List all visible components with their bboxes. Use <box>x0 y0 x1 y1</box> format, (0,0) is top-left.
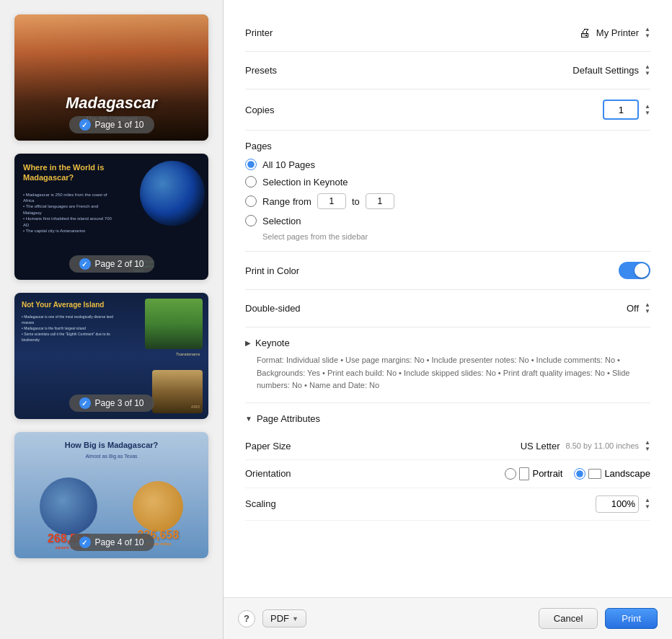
slide-4-item[interactable]: How Big is Madagascar? Almost as Big as … <box>14 432 208 558</box>
slide-2-item[interactable]: Where in the World is Madagascar? • Mada… <box>14 154 208 280</box>
slide-4-title: How Big is Madagascar? <box>14 441 208 449</box>
double-sided-arrow-down[interactable]: ▼ <box>645 309 650 314</box>
toggle-knob <box>635 263 649 278</box>
slide-4-globe-2: 226,658 square miles <box>133 481 183 532</box>
page-attributes-title: Page Attributes <box>257 413 320 424</box>
pdf-button[interactable]: PDF ▼ <box>262 609 306 627</box>
slide-3-bullet-2: • Madagascar is the fourth largest islan… <box>22 325 119 331</box>
slide-1-title: Madagascar <box>14 94 208 112</box>
slide-thumbnails-panel: Madagascar The 8th Continent Page 1 of 1… <box>0 0 224 639</box>
keynote-header[interactable]: ▶ Keynote <box>245 338 650 348</box>
printer-value: My Printer <box>596 27 639 38</box>
copies-row: Copies ▲ ▼ <box>245 89 650 131</box>
copies-input[interactable] <box>603 100 639 120</box>
pages-all-radio[interactable] <box>245 159 257 170</box>
pdf-chevron-icon: ▼ <box>292 615 299 622</box>
paper-size-arrow-down[interactable]: ▼ <box>645 446 650 452</box>
copies-arrow-up[interactable]: ▲ <box>645 104 650 110</box>
slide-3-bullet-1: • Madagascar is one of the most ecologic… <box>22 314 119 325</box>
slide-3-title: Not Your Average Island <box>22 300 119 309</box>
scaling-arrow-down[interactable]: ▼ <box>645 504 650 510</box>
slide-3-content: Not Your Average Island • Madagascar is … <box>22 300 119 343</box>
orientation-landscape-label: Landscape <box>604 468 650 479</box>
slide-3-image-1 <box>145 299 203 349</box>
slide-2-bullet-4: • The capital city is Antananarivo <box>23 228 112 234</box>
orientation-landscape-option[interactable]: Landscape <box>574 468 650 480</box>
print-button[interactable]: Print <box>605 608 658 629</box>
orientation-landscape-radio[interactable] <box>574 468 585 480</box>
printer-stepper[interactable]: ▲ ▼ <box>645 27 650 39</box>
slide-3-check-icon <box>79 397 90 409</box>
presets-arrow-up[interactable]: ▲ <box>645 64 650 70</box>
pages-range-radio[interactable] <box>245 195 257 207</box>
copies-label: Copies <box>245 105 375 115</box>
slide-2-bullet-1: • Madagascar is 250 miles from the coast… <box>23 192 112 204</box>
slide-4-badge: Page 4 of 10 <box>68 534 154 551</box>
copies-stepper[interactable]: ▲ ▼ <box>645 104 650 116</box>
pages-range-label: Range from <box>262 196 311 207</box>
slide-2-badge: Page 2 of 10 <box>68 255 154 273</box>
page-attributes-header[interactable]: ▼ Page Attributes <box>245 413 650 424</box>
orientation-row: Orientation Portrait Landscape <box>245 460 650 488</box>
portrait-icon <box>519 467 529 480</box>
double-sided-label: Double-sided <box>245 303 375 314</box>
slide-3-arid-label: ARID <box>191 405 200 409</box>
slide-2-title: Where in the World is Madagascar? <box>23 162 112 183</box>
printer-arrow-down[interactable]: ▼ <box>645 33 650 39</box>
cancel-button[interactable]: Cancel <box>539 608 598 629</box>
presets-arrow-down[interactable]: ▼ <box>645 71 650 76</box>
slide-3-label: Page 3 of 10 <box>94 398 143 408</box>
orientation-portrait-option[interactable]: Portrait <box>505 467 562 480</box>
slide-1-badge: Page 1 of 10 <box>68 116 154 133</box>
scaling-stepper[interactable]: ▲ ▼ <box>645 498 650 510</box>
printer-arrow-up[interactable]: ▲ <box>645 27 650 32</box>
pages-range-from-input[interactable] <box>317 193 346 209</box>
paper-size-row: Paper Size US Letter 8.50 by 11.00 inche… <box>245 433 650 460</box>
pages-all-row: All 10 Pages <box>245 159 650 170</box>
printer-icon: 🖨 <box>579 27 591 40</box>
pages-label: Pages <box>245 141 650 151</box>
slide-2-label: Page 2 of 10 <box>94 259 143 269</box>
slide-3-item[interactable]: Not Your Average Island • Madagascar is … <box>14 293 208 419</box>
globe-shape <box>140 161 205 226</box>
pages-selection-keynote-radio[interactable] <box>245 176 257 188</box>
pages-selection-radio[interactable] <box>245 215 257 226</box>
pages-range-to-input[interactable] <box>366 193 394 209</box>
double-sided-stepper[interactable]: ▲ ▼ <box>645 302 650 314</box>
help-button[interactable]: ? <box>238 610 255 627</box>
slide-4-subtitle: Almost as Big as Texas <box>14 454 208 459</box>
orientation-portrait-radio[interactable] <box>505 468 516 480</box>
pages-range-row: Range from to <box>245 193 650 209</box>
scaling-input[interactable] <box>596 495 639 513</box>
footer: ? PDF ▼ Cancel Print <box>224 597 672 639</box>
paper-size-arrow-up[interactable]: ▲ <box>645 440 650 446</box>
keynote-section: ▶ Keynote Format: Individual slide • Use… <box>245 327 650 403</box>
slide-1-check-icon <box>79 119 90 131</box>
double-sided-value: Off <box>627 303 639 314</box>
presets-label: Presets <box>245 65 375 76</box>
slide-3-badge: Page 3 of 10 <box>68 395 154 412</box>
pdf-label: PDF <box>270 613 289 624</box>
keynote-title: Keynote <box>255 338 290 348</box>
pages-selection-keynote-row: Selection in Keynote <box>245 176 650 188</box>
double-sided-arrow-up[interactable]: ▲ <box>645 302 650 308</box>
slide-3-bullet-3: • Some scientists call it the "Eighth Co… <box>22 331 119 343</box>
pages-selection-row: Selection <box>245 215 650 226</box>
copies-arrow-down[interactable]: ▼ <box>645 110 650 116</box>
keynote-description: Format: Individual slide • Use page marg… <box>245 354 650 392</box>
presets-stepper[interactable]: ▲ ▼ <box>645 64 650 76</box>
double-sided-row: Double-sided Off ▲ ▼ <box>245 290 650 327</box>
pages-selection-keynote-label: Selection in Keynote <box>262 177 348 188</box>
scaling-row: Scaling ▲ ▼ <box>245 488 650 521</box>
scaling-label: Scaling <box>245 498 361 509</box>
print-color-toggle[interactable] <box>619 262 650 279</box>
page-attributes-section: ▼ Page Attributes Paper Size US Letter 8… <box>245 403 650 531</box>
printer-label: Printer <box>245 27 375 38</box>
pages-selection-hint: Select pages from the sidebar <box>262 232 650 241</box>
scaling-arrow-up[interactable]: ▲ <box>645 498 650 503</box>
slide-1-item[interactable]: Madagascar The 8th Continent Page 1 of 1… <box>14 14 208 141</box>
paper-size-label: Paper Size <box>245 441 361 451</box>
paper-size-stepper[interactable]: ▲ ▼ <box>645 440 650 452</box>
slide-3-image-label: Tsaratanana <box>176 352 200 356</box>
orientation-portrait-label: Portrait <box>532 468 562 479</box>
